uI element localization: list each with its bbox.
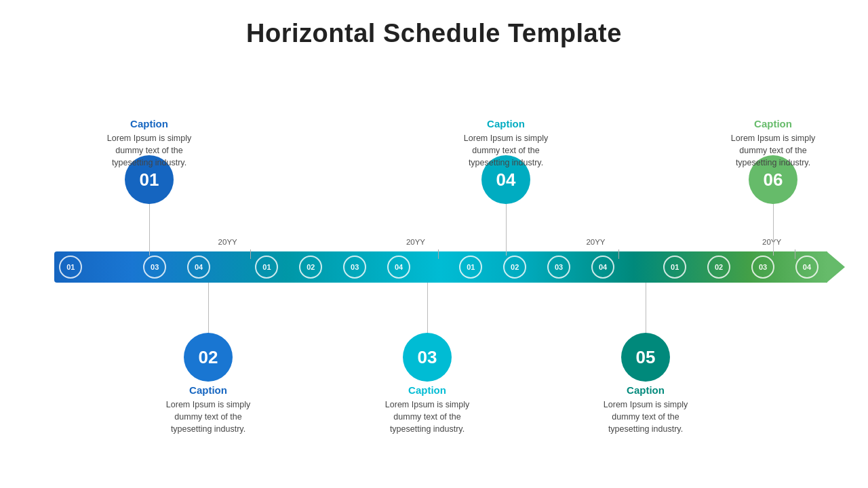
- connector-03: [427, 283, 428, 334]
- caption-title-05: Caption: [591, 384, 700, 396]
- year-label-3: 20YY: [586, 238, 605, 246]
- caption-above-06: Caption Lorem Ipsum is simply dummy text…: [719, 118, 827, 169]
- caption-body-06: Lorem Ipsum is simply dummy text of the …: [719, 132, 827, 169]
- main-area: 20YY 20YY 20YY 20YY 01 Caption Lorem Ips…: [34, 55, 834, 488]
- caption-body-03: Lorem Ipsum is simply dummy text of the …: [373, 399, 481, 435]
- bar-dot-15: 04: [795, 256, 818, 279]
- caption-body-02: Lorem Ipsum is simply dummy text of the …: [154, 399, 262, 435]
- bar-dot-3: 04: [187, 256, 210, 279]
- bar-dot-13: 02: [707, 256, 730, 279]
- caption-title-06: Caption: [719, 118, 827, 129]
- caption-above-01: Caption Lorem Ipsum is simply dummy text…: [95, 118, 203, 169]
- connector-05: [646, 283, 646, 334]
- caption-above-04: Caption Lorem Ipsum is simply dummy text…: [452, 118, 560, 169]
- caption-title-03: Caption: [373, 384, 481, 396]
- circle-02: 02: [184, 333, 233, 382]
- circle-05: 05: [621, 333, 670, 382]
- caption-below-05: Caption Lorem Ipsum is simply dummy text…: [591, 384, 700, 435]
- connector-02: [208, 283, 209, 334]
- page-title: Horizontal Schedule Template: [246, 19, 622, 48]
- tick-4: [795, 249, 795, 259]
- year-label-2: 20YY: [406, 238, 425, 246]
- caption-body-05: Lorem Ipsum is simply dummy text of the …: [591, 399, 700, 435]
- bar-dot-12: 01: [663, 256, 686, 279]
- caption-title-04: Caption: [452, 118, 560, 129]
- bar-dot-11: 04: [591, 256, 614, 279]
- bar-dot-1: 01: [59, 256, 82, 279]
- caption-below-03: Caption Lorem Ipsum is simply dummy text…: [373, 384, 481, 435]
- connector-04: [506, 204, 507, 256]
- connector-06: [773, 204, 774, 256]
- caption-body-04: Lorem Ipsum is simply dummy text of the …: [452, 132, 560, 169]
- bar-dot-14: 03: [751, 256, 774, 279]
- tick-1: [250, 249, 251, 259]
- bar-dot-2: 03: [143, 256, 166, 279]
- tick-2: [438, 249, 439, 259]
- year-label-4: 20YY: [762, 238, 781, 246]
- bar-dot-6: 03: [343, 256, 366, 279]
- circle-03: 03: [403, 333, 452, 382]
- caption-body-01: Lorem Ipsum is simply dummy text of the …: [95, 132, 203, 169]
- bar-dot-5: 02: [299, 256, 322, 279]
- bar-dot-7: 04: [387, 256, 410, 279]
- caption-title-02: Caption: [154, 384, 262, 396]
- tick-3: [618, 249, 619, 259]
- caption-title-01: Caption: [95, 118, 203, 129]
- slide: Horizontal Schedule Template 20YY 20YY 2…: [0, 0, 868, 488]
- connector-01: [149, 204, 150, 256]
- bar-dot-8: 01: [459, 256, 482, 279]
- bar-dot-10: 03: [547, 256, 570, 279]
- bar-dot-4: 01: [255, 256, 278, 279]
- bar-dot-9: 02: [503, 256, 526, 279]
- caption-below-02: Caption Lorem Ipsum is simply dummy text…: [154, 384, 262, 435]
- year-label-1: 20YY: [218, 238, 237, 246]
